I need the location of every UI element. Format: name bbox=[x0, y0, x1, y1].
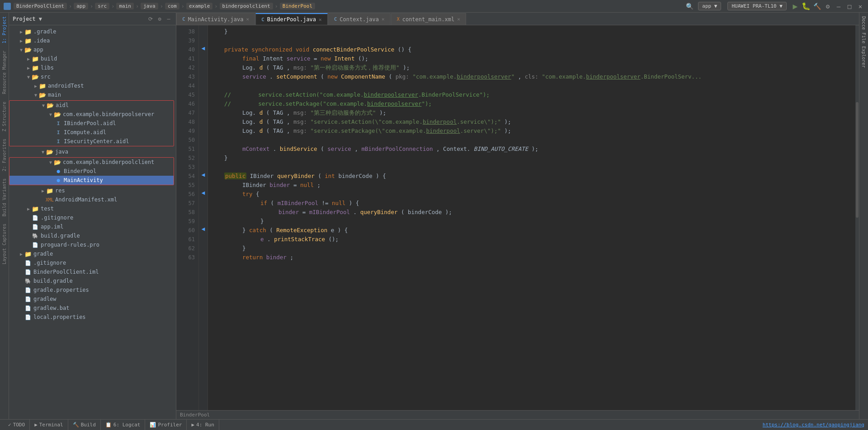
tree-item-isecuritycenter-aidl[interactable]: I ISecurityCenter.aidl bbox=[9, 137, 174, 146]
gutter-line bbox=[199, 116, 208, 125]
tree-item-gradleprops[interactable]: ▶ 📄 gradle.properties bbox=[9, 285, 176, 294]
tree-item-ibinderpool-aidl[interactable]: I IBinderPool.aidl bbox=[9, 119, 174, 128]
tree-item-gitignore-root[interactable]: ▶ 📄 .gitignore bbox=[9, 258, 176, 267]
code-line-52: } bbox=[208, 154, 855, 163]
tab-binderpool[interactable]: C BinderPool.java ✕ bbox=[255, 13, 328, 25]
bottom-tab-run[interactable]: ▶ 4: Run bbox=[187, 420, 219, 430]
device-selector[interactable]: HUAWEI PRA-TL10 ▼ bbox=[727, 2, 787, 10]
tree-item-localprops[interactable]: ▶ 📄 local.properties bbox=[9, 313, 176, 322]
tree-item-androidtest[interactable]: ▶ 📁 androidTest bbox=[9, 81, 176, 90]
app-icon bbox=[4, 3, 11, 10]
breadcrumb-java[interactable]: java bbox=[141, 3, 158, 9]
tab-close-icon[interactable]: ✕ bbox=[319, 17, 322, 23]
code-line-58: binder = mIBinderPool . queryBinder ( bi… bbox=[208, 208, 855, 217]
breadcrumb-binderpool[interactable]: BinderPool bbox=[280, 3, 315, 9]
docce-file-explorer-label[interactable]: Docce File Explorer bbox=[860, 13, 868, 71]
bottom-tab-todo[interactable]: ✓ TODO bbox=[4, 420, 30, 430]
close-icon[interactable]: ✕ bbox=[856, 2, 864, 10]
tree-item-binderpoolclient-iml[interactable]: ▶ 📄 BinderPoolClient.iml bbox=[9, 267, 176, 276]
breadcrumb-example[interactable]: example bbox=[186, 3, 212, 9]
search-icon[interactable]: 🔍 bbox=[685, 2, 693, 10]
tree-item-buildgradle-root[interactable]: ▶ 🐘 build.gradle bbox=[9, 276, 176, 285]
z-structure-label[interactable]: Z Structure bbox=[0, 98, 8, 135]
gutter-line bbox=[199, 25, 208, 34]
tree-item-gitignore-app[interactable]: ▶ 📄 .gitignore bbox=[9, 213, 176, 222]
tree-item-gradlewbat[interactable]: ▶ 📄 gradlew.bat bbox=[9, 304, 176, 313]
tree-label: src bbox=[41, 74, 51, 80]
tab-context[interactable]: C Context.java ✕ bbox=[328, 13, 391, 25]
folder-icon: 📁 bbox=[39, 82, 46, 89]
resource-manager-label[interactable]: Resource Manager bbox=[0, 47, 8, 98]
tree-item-app[interactable]: ▼ 📂 app bbox=[9, 45, 176, 54]
tab-content-main-xml[interactable]: X content_main.xml ✕ bbox=[391, 13, 466, 25]
file-icon: 📄 bbox=[24, 268, 32, 276]
maximize-icon[interactable]: □ bbox=[845, 2, 854, 10]
tree-label: app bbox=[33, 47, 43, 53]
breadcrumb-app2[interactable]: app bbox=[74, 3, 88, 9]
tree-item-test[interactable]: ▶ 📁 test bbox=[9, 204, 176, 213]
tree-item-java[interactable]: ▼ 📂 java bbox=[9, 147, 176, 156]
tree-item-src[interactable]: ▼ 📂 src bbox=[9, 72, 176, 81]
tab-mainactivity[interactable]: C MainActivity.java ✕ bbox=[176, 13, 255, 25]
tree-label: .gradle bbox=[33, 28, 57, 35]
tab-close-icon[interactable]: ✕ bbox=[457, 16, 460, 22]
sync-icon[interactable]: ⟳ bbox=[147, 15, 154, 23]
status-url[interactable]: https://blog.csdn.net/gaopingjiang bbox=[763, 422, 864, 428]
build-icon[interactable]: 🔨 bbox=[813, 2, 821, 10]
tree-item-gradle-folder[interactable]: ▶ 📁 gradle bbox=[9, 249, 176, 258]
tree-label: proguard-rules.pro bbox=[41, 242, 99, 248]
code-content[interactable]: } private synchronized void connectBinde… bbox=[208, 25, 855, 410]
tab-close-icon[interactable]: ✕ bbox=[246, 16, 249, 22]
tree-item-androidmanifest[interactable]: ▶ XML AndroidManifest.xml bbox=[9, 195, 176, 204]
favorites-label[interactable]: 2: Favorites bbox=[0, 135, 8, 175]
bottom-tab-build[interactable]: 🔨 Build bbox=[68, 420, 101, 430]
tree-item-comexampleserver[interactable]: ▼ 📂 com.example.binderpoolserver bbox=[9, 110, 174, 119]
layout-captures-label[interactable]: Layout Captures bbox=[0, 220, 8, 268]
settings-icon[interactable]: ⚙ bbox=[824, 2, 832, 10]
app-selector[interactable]: app ▼ bbox=[698, 2, 721, 10]
breadcrumb-main[interactable]: main bbox=[116, 3, 134, 9]
editor-scrollbar[interactable] bbox=[855, 25, 859, 410]
toolbar-icons: 🔍 app ▼ HUAWEI PRA-TL10 ▼ ▶ 🐛 🔨 ⚙ — □ ✕ bbox=[685, 2, 864, 10]
code-line-41: final Intent service = new Intent (); bbox=[208, 54, 855, 63]
tree-item-res[interactable]: ▶ 📁 res bbox=[9, 186, 176, 195]
tree-item-idea[interactable]: ▶ 📁 .idea bbox=[9, 36, 176, 45]
gutter-line bbox=[199, 206, 208, 215]
code-line-49: Log. d ( TAG , msg: "service.setPackage(… bbox=[208, 126, 855, 136]
tree-item-comexampleclient[interactable]: ▼ 📂 com.example.binderpoolclient bbox=[9, 158, 174, 167]
breadcrumb-binderpoolclient[interactable]: binderpoolclient bbox=[220, 3, 273, 9]
tree-label: MainActivity bbox=[64, 177, 103, 183]
run-button[interactable]: ▶ bbox=[791, 2, 799, 10]
breadcrumb-src[interactable]: src bbox=[95, 3, 109, 9]
tree-item-app-iml[interactable]: ▶ 📄 app.iml bbox=[9, 222, 176, 231]
tree-item-gradlew[interactable]: ▶ 📄 gradlew bbox=[9, 294, 176, 304]
tab-close-icon[interactable]: ✕ bbox=[382, 16, 385, 22]
tree-item-gradle-hidden[interactable]: ▶ 📁 .gradle bbox=[9, 27, 176, 36]
minimize-panel-icon[interactable]: — bbox=[165, 15, 172, 23]
tree-item-buildgradle-app[interactable]: ▶ 🐘 build.gradle bbox=[9, 231, 176, 240]
tree-item-build[interactable]: ▶ 📁 build bbox=[9, 54, 176, 63]
tree-label: ISecurityCenter.aidl bbox=[64, 138, 129, 145]
tree-item-binderpool[interactable]: ● BinderPool bbox=[9, 167, 174, 176]
tree-item-mainactivity[interactable]: ● MainActivity bbox=[9, 176, 174, 185]
tree-item-libs[interactable]: ▶ 📁 libs bbox=[9, 63, 176, 72]
code-line-54: public IBinder queryBinder ( int binderC… bbox=[208, 172, 855, 181]
todo-icon: ✓ bbox=[8, 422, 11, 428]
gutter-line bbox=[199, 242, 208, 251]
build-variants-label[interactable]: Build Variants bbox=[0, 175, 8, 220]
tree-item-aidl[interactable]: ▼ 📂 aidl bbox=[9, 101, 174, 110]
bottom-tab-terminal[interactable]: ▶ Terminal bbox=[30, 420, 68, 430]
debug-button[interactable]: 🐛 bbox=[802, 2, 810, 10]
tree-item-proguard[interactable]: ▶ 📄 proguard-rules.pro bbox=[9, 240, 176, 249]
code-line-47: Log. d ( TAG , msg: "第三种启动服务的方式" ); bbox=[208, 108, 855, 117]
minimize-icon[interactable]: — bbox=[835, 2, 843, 10]
breadcrumb-app[interactable]: BinderPoolClient bbox=[14, 3, 67, 9]
bottom-tab-logcat[interactable]: 📋 6: Logcat bbox=[101, 420, 146, 430]
settings-panel-icon[interactable]: ⚙ bbox=[156, 15, 163, 23]
gutter-line bbox=[199, 152, 208, 161]
project-panel-label[interactable]: 1: Project bbox=[0, 13, 8, 47]
tree-item-icompute-aidl[interactable]: I ICompute.aidl bbox=[9, 128, 174, 137]
bottom-tab-profiler[interactable]: 📊 Profiler bbox=[145, 420, 187, 430]
breadcrumb-com[interactable]: com bbox=[165, 3, 179, 9]
tree-item-main[interactable]: ▼ 📂 main bbox=[9, 90, 176, 99]
